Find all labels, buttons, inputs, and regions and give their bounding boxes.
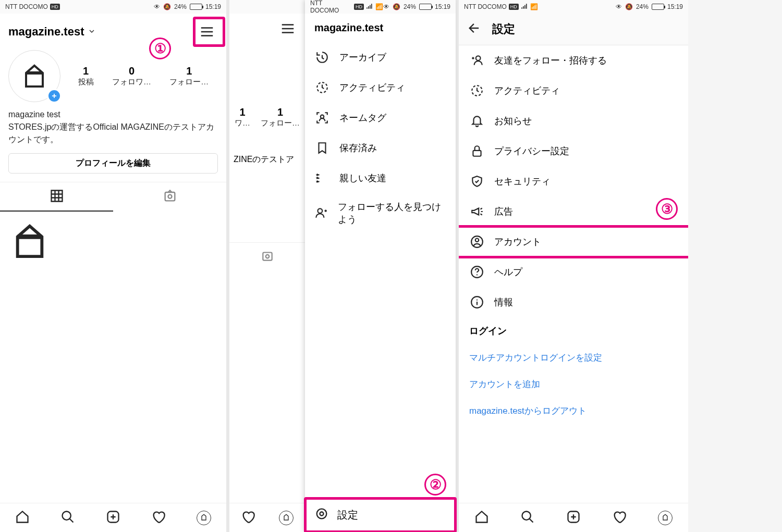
nav-profile[interactable]: [279, 511, 294, 525]
tab-grid[interactable]: [0, 182, 113, 212]
drawer-item-close-friends[interactable]: ★★★ 親しい友達: [305, 163, 456, 193]
edit-profile-button[interactable]: プロフィールを編集: [8, 153, 218, 174]
wifi-icon: 📶: [375, 3, 383, 10]
svg-point-14: [320, 512, 324, 516]
back-button[interactable]: [467, 21, 482, 38]
nav-search[interactable]: [60, 510, 75, 526]
settings-item-ads[interactable]: 広告: [459, 196, 688, 227]
nav-activity[interactable]: [612, 510, 627, 526]
settings-item-security[interactable]: セキュリティ: [459, 166, 688, 196]
profile-behind-drawer: 1 ワ… 1 フォロー… ZINEのテストア: [229, 0, 305, 532]
battery-label: 24%: [174, 3, 187, 10]
lock-icon: [469, 143, 485, 159]
nav-profile[interactable]: [658, 511, 673, 525]
cog-icon: [314, 506, 329, 524]
tab-tagged[interactable]: [229, 243, 305, 271]
bookmark-icon: [314, 140, 330, 156]
svg-point-6: [265, 255, 269, 258]
bottom-nav: [459, 503, 688, 532]
megaphone-icon: [469, 204, 485, 219]
post-thumbnail[interactable]: [1, 213, 76, 502]
settings-item-help[interactable]: ヘルプ: [459, 257, 688, 287]
eye-icon: 👁: [154, 3, 160, 10]
settings-screen: NTT DOCOMO HD 📶 👁🔕 24% 15:19 設定 友達をフォロー・…: [459, 0, 688, 532]
settings-item-activity[interactable]: アクティビティ: [459, 76, 688, 106]
nav-profile[interactable]: [197, 511, 211, 525]
signal-icon: [366, 3, 373, 11]
activity-icon: [469, 83, 485, 98]
tab-tagged[interactable]: [113, 182, 226, 212]
drawer-item-discover[interactable]: フォローする人を見つけよう: [305, 193, 456, 233]
bio-text: STORES.jpの運営するOfficial MAGAZINEのテストアカウント…: [8, 121, 218, 146]
stat-posts[interactable]: 1 投稿: [78, 65, 94, 87]
login-section-title: ログイン: [459, 317, 688, 344]
settings-item-privacy[interactable]: プライバシー設定: [459, 136, 688, 166]
chevron-down-icon: [88, 25, 96, 39]
nav-search[interactable]: [520, 510, 535, 526]
close-friends-icon: ★★★: [314, 170, 330, 186]
shield-icon: [469, 174, 485, 189]
svg-rect-5: [263, 253, 272, 261]
svg-point-13: [317, 509, 327, 519]
wifi-icon: 📶: [530, 3, 538, 10]
svg-rect-17: [473, 151, 481, 156]
bottom-nav: [0, 503, 226, 532]
nav-home[interactable]: [474, 510, 489, 526]
svg-point-2: [168, 195, 172, 199]
carrier-label: NTT DOCOMO: [5, 3, 48, 10]
svg-point-23: [476, 300, 478, 301]
svg-point-15: [476, 56, 481, 60]
nav-activity[interactable]: [151, 510, 166, 526]
username-dropdown[interactable]: magazine.test: [8, 25, 96, 39]
drawer-item-nametag[interactable]: ネームタグ: [305, 103, 456, 133]
callout-box-3: [459, 225, 688, 258]
bell-icon: [469, 113, 485, 129]
mute-icon: 🔕: [163, 3, 171, 10]
profile-screen: NTT DOCOMO HD 👁 🔕 24% 15:19 magazine.tes…: [0, 0, 229, 532]
link-multi-account[interactable]: マルチアカウントログインを設定: [459, 344, 688, 371]
link-add-account[interactable]: アカウントを追加: [459, 371, 688, 398]
nav-add[interactable]: [106, 510, 120, 526]
help-icon: [469, 264, 485, 280]
user-circle-icon: [469, 234, 485, 250]
link-logout[interactable]: magazine.testからログアウト: [459, 398, 688, 424]
archive-icon: [314, 50, 330, 65]
signal-icon: [521, 3, 528, 11]
svg-point-3: [63, 511, 71, 519]
hamburger-menu-button[interactable]: [277, 18, 299, 40]
activity-icon: [314, 80, 330, 95]
nav-add[interactable]: [566, 510, 581, 526]
hamburger-menu-button[interactable]: [196, 21, 218, 43]
drawer-item-saved[interactable]: 保存済み: [305, 133, 456, 163]
settings-item-info[interactable]: 情報: [459, 287, 688, 317]
status-bar: NTT DOCOMO HD 📶 👁🔕 24% 15:19: [459, 0, 688, 14]
drawer-settings-button[interactable]: 設定: [305, 498, 456, 532]
username-label: magazine.test: [8, 25, 84, 39]
nametag-icon: [314, 110, 330, 126]
settings-item-account[interactable]: アカウント: [459, 227, 688, 257]
svg-text:★: ★: [315, 179, 319, 184]
svg-point-19: [475, 239, 479, 242]
add-story-badge[interactable]: [47, 89, 62, 103]
nav-activity[interactable]: [241, 510, 255, 526]
status-bar: NTT DOCOMO HD 👁 🔕 24% 15:19: [0, 0, 226, 14]
drawer-title: magazine.test: [305, 14, 456, 42]
settings-item-follow-invite[interactable]: 友達をフォロー・招待する: [459, 45, 688, 76]
stat-followers[interactable]: 0 フォロワ…: [112, 65, 151, 87]
battery-icon: [190, 4, 202, 10]
svg-point-12: [318, 208, 323, 213]
stat-following[interactable]: 1 フォロー…: [169, 65, 209, 87]
display-name: magazine test: [8, 108, 218, 121]
time-label: 15:19: [205, 3, 221, 10]
svg-rect-1: [165, 192, 175, 201]
settings-title: 設定: [492, 21, 515, 37]
settings-item-notifications[interactable]: お知らせ: [459, 106, 688, 136]
follow-invite-icon: [469, 53, 485, 68]
hd-badge: HD: [50, 4, 60, 10]
discover-icon: [314, 205, 328, 221]
info-icon: [469, 294, 485, 310]
svg-point-21: [476, 274, 478, 275]
drawer-item-archive[interactable]: アーカイブ: [305, 42, 456, 72]
drawer-item-activity[interactable]: アクティビティ: [305, 72, 456, 103]
nav-home[interactable]: [15, 510, 30, 526]
